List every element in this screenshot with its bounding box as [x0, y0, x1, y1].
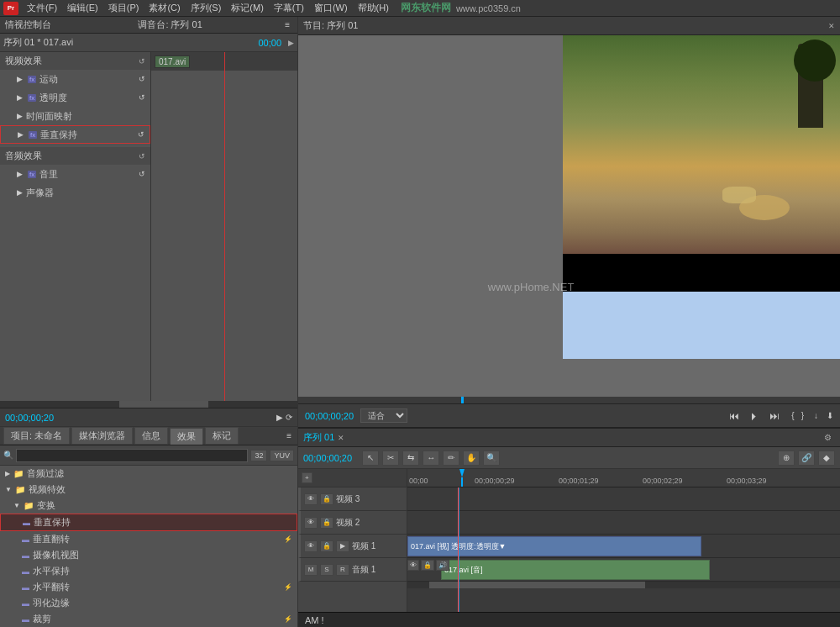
timeline-settings-icon[interactable]: ⚙ — [824, 433, 832, 442]
track-eye-v2[interactable]: 👁 — [304, 517, 318, 529]
transform-folder[interactable]: ▼ 📁 变换 — [0, 498, 297, 514]
track-eye-v3[interactable]: 👁 — [304, 493, 318, 505]
track-record-a1[interactable]: R — [336, 564, 349, 576]
tab-info[interactable]: 信息 — [134, 427, 168, 445]
fit-select[interactable]: 适合 25% 50% 75% 100% — [360, 408, 407, 423]
prev-frame-btn[interactable]: ⏮ — [729, 410, 739, 422]
timeline-timecode[interactable]: 00;00;00;20 — [303, 453, 352, 463]
menu-item-asset[interactable]: 素材(C) — [144, 2, 185, 14]
effect-controls-panel-title: 情视控制台 — [5, 18, 51, 31]
track-row-video2[interactable] — [407, 511, 840, 535]
play-btn[interactable]: ▶ — [276, 413, 283, 422]
transparency-row[interactable]: ▶ fx 透明度 ↺ — [0, 88, 150, 107]
hand-tool-btn[interactable]: ✋ — [463, 450, 480, 466]
timeline-h-scrollbar[interactable] — [407, 582, 840, 588]
volume-row[interactable]: ▶ fx 音里 ↺ — [0, 165, 150, 183]
audio-vol-icon[interactable]: 🔊 — [436, 560, 449, 571]
link-btn[interactable]: 🔗 — [798, 450, 815, 466]
vertical-flip-effect-item[interactable]: ▬ 垂直翻转 ⚡ — [0, 531, 297, 547]
crop-effect-item[interactable]: ▬ 裁剪 ⚡ — [0, 611, 297, 627]
camera-view-effect-item[interactable]: ▬ 摄像机视图 — [0, 547, 297, 563]
audio-eye-icon[interactable]: 👁 — [407, 560, 419, 571]
track-arrow-v1[interactable]: ▶ — [336, 540, 349, 552]
selection-tool-btn[interactable]: ↖ — [362, 450, 379, 466]
track-row-audio1[interactable]: 👁 🔒 🔊 017.avi [音] — [407, 558, 840, 582]
menu-item-title[interactable]: 字幕(T) — [269, 2, 309, 14]
panel-menu-icon[interactable]: ≡ — [282, 20, 292, 29]
vol-reset[interactable]: ↺ — [139, 170, 145, 178]
timeline-title: 序列 01 — [303, 431, 334, 444]
add-tracks-btn[interactable]: + — [302, 472, 312, 483]
overwrite-btn[interactable]: ⬇ — [827, 411, 833, 420]
track-name-a1: 音频 1 — [352, 564, 403, 576]
loop-btn[interactable]: ⟳ — [286, 413, 292, 422]
trans-reset[interactable]: ↺ — [139, 93, 145, 102]
pen-tool-btn[interactable]: ✏ — [443, 450, 459, 466]
tab-media-browser[interactable]: 媒体浏览器 — [71, 427, 133, 445]
audio-filter-folder[interactable]: ▶ 📁 音频过滤 — [0, 466, 297, 482]
tab-markers[interactable]: 标记 — [205, 427, 239, 445]
vertical-hold-row[interactable]: ▶ fx 垂直保持 ↺ — [0, 125, 150, 144]
track-solo-a1[interactable]: S — [320, 564, 333, 576]
search-btn-yuv[interactable]: YUV — [270, 450, 294, 461]
track-lock-v2[interactable]: 🔒 — [320, 517, 333, 529]
snap-btn[interactable]: ⊕ — [778, 450, 795, 466]
menu-item-file[interactable]: 文件(F) — [22, 2, 62, 14]
vhold-reset[interactable]: ↺ — [138, 130, 144, 139]
video1-clip[interactable]: 017.avi [视] 透明度:透明度▼ — [407, 536, 701, 556]
menu-item-marker[interactable]: 标记(M) — [226, 2, 269, 14]
panner-row[interactable]: ▶ 声像器 — [0, 183, 150, 202]
effects-search-input[interactable] — [16, 449, 248, 462]
menu-item-edit[interactable]: 编辑(E) — [62, 2, 103, 14]
menu-item-help[interactable]: 帮助(H) — [353, 2, 394, 14]
video-effects-section: 视频效果 ↺ — [0, 52, 150, 70]
menu-item-sequence[interactable]: 序列(S) — [186, 2, 227, 14]
video-effects-reset[interactable]: ↺ — [139, 57, 145, 66]
panel-menu-btn-project[interactable]: ≡ — [284, 431, 294, 440]
timeline-tracks-area: 00;00 00;00;00;29 00;00;01;29 00;00;02;2… — [407, 469, 840, 612]
audio-effects-reset[interactable]: ↺ — [139, 152, 145, 161]
horizontal-flip-effect-item[interactable]: ▬ 水平翻转 ⚡ — [0, 579, 297, 595]
mark-in-btn[interactable]: { — [791, 411, 794, 420]
timeline-close-tab[interactable]: ✕ — [338, 434, 344, 442]
preview-timecode[interactable]: 00;00;00;20 — [305, 411, 354, 421]
menu-item-project[interactable]: 项目(P) — [103, 2, 144, 14]
preview-close-btn[interactable]: ✕ — [828, 22, 835, 30]
timemap-row[interactable]: ▶ 时间面映射 — [0, 107, 150, 125]
track-lock-v3[interactable]: 🔒 — [320, 493, 333, 505]
vertical-hold-effect-item[interactable]: ▬ 垂直保持 — [0, 514, 297, 531]
horizontal-hold-effect-item[interactable]: ▬ 水平保持 — [0, 563, 297, 579]
next-frame-btn[interactable]: ⏭ — [769, 410, 780, 422]
tab-effects[interactable]: 效果 — [170, 428, 203, 445]
razor-tool-btn[interactable]: ✂ — [382, 450, 399, 466]
motion-arrow: ▶ — [17, 75, 23, 83]
effect-playhead — [224, 52, 225, 401]
tab-project[interactable]: 项目: 未命名 — [3, 427, 70, 445]
track-row-video3[interactable] — [407, 487, 840, 511]
track-lock-v1[interactable]: 🔒 — [320, 540, 333, 552]
video-effects-folder[interactable]: ▼ 📁 视频特效 — [0, 482, 297, 498]
add-mark-btn[interactable]: ◆ — [818, 450, 835, 466]
feather-edge-effect-item[interactable]: ▬ 羽化边缘 — [0, 595, 297, 611]
time-ruler: 00;00 00;00;00;29 00;00;01;29 00;00;02;2… — [407, 469, 840, 487]
menu-item-window[interactable]: 窗口(W) — [309, 2, 353, 14]
audio1-clip[interactable]: 017.avi [音] — [441, 560, 710, 580]
play-pause-btn[interactable]: ⏵ — [749, 410, 759, 422]
search-btn-32[interactable]: 32 — [250, 450, 267, 461]
zoom-tool-btn[interactable]: 🔍 — [483, 450, 500, 466]
slide-tool-btn[interactable]: ↔ — [423, 450, 439, 466]
effect-scrollbar[interactable] — [0, 401, 297, 408]
motion-reset[interactable]: ↺ — [139, 75, 145, 83]
insert-btn[interactable]: ↓ — [814, 411, 818, 420]
track-label-audio1: M S R 音频 1 — [298, 558, 407, 582]
folder-icon-audio: 📁 — [13, 469, 24, 478]
track-row-video1[interactable]: 017.avi [视] 透明度:透明度▼ — [407, 535, 840, 558]
motion-row[interactable]: ▶ fx 运动 ↺ — [0, 70, 150, 88]
audio-lock-icon[interactable]: 🔒 — [421, 560, 434, 571]
mark-out-btn[interactable]: } — [801, 411, 804, 420]
track-eye-v1[interactable]: 👁 — [304, 540, 318, 552]
timeline-playhead-marker[interactable] — [458, 469, 466, 487]
fx-badge-vhold: fx — [29, 131, 37, 139]
track-mute-a1[interactable]: M — [304, 564, 318, 576]
slip-tool-btn[interactable]: ⇆ — [402, 450, 419, 466]
